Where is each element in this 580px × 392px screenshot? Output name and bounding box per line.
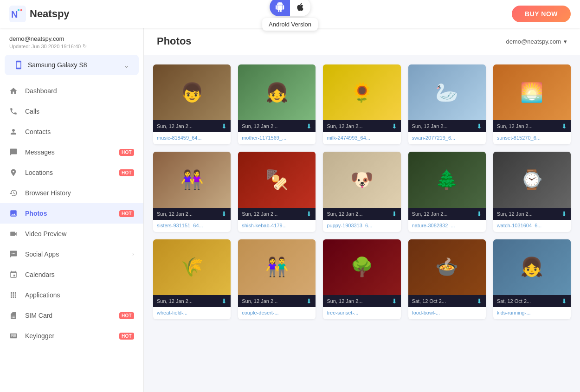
sidebar-item-label-dashboard: Dashboard <box>25 87 134 95</box>
sidebar-item-dashboard[interactable]: Dashboard <box>0 81 143 101</box>
download-icon[interactable]: ⬇ <box>477 210 482 218</box>
badge-locations: HOT <box>119 169 134 176</box>
platform-buttons <box>270 0 310 16</box>
sidebar-item-label-browser-history: Browser History <box>25 189 134 197</box>
photo-card[interactable]: 👫 Sun, 12 Jan 2... ⬇ couple-desert-... <box>238 239 316 319</box>
photo-card[interactable]: 🍲 Sat, 12 Oct 2... ⬇ food-bowl-... <box>408 239 486 319</box>
apple-icon <box>296 2 305 12</box>
nav-items-container: DashboardCallsContactsMessagesHOTLocatio… <box>0 81 143 346</box>
apple-btn[interactable] <box>290 0 310 16</box>
sidebar-item-social-apps[interactable]: Social Apps› <box>0 244 143 264</box>
sidebar-item-photos[interactable]: PhotosHOT <box>0 203 143 224</box>
download-icon[interactable]: ⬇ <box>392 210 397 218</box>
photo-filename: nature-3082832_... <box>408 220 486 232</box>
sidebar-item-label-keylogger: Keylogger <box>25 332 113 340</box>
sidebar-item-label-photos: Photos <box>25 210 113 217</box>
download-icon[interactable]: ⬇ <box>392 122 397 130</box>
device-icon <box>14 60 23 70</box>
photo-filename: kids-running-... <box>493 307 571 319</box>
photo-filename: couple-desert-... <box>238 307 316 319</box>
photo-info-bar: Sat, 12 Oct 2... ⬇ <box>493 295 571 307</box>
badge-sim-card: HOT <box>119 312 134 319</box>
sidebar-item-video-preview[interactable]: Video Preview <box>0 224 143 244</box>
badge-photos: HOT <box>119 210 134 217</box>
photo-card[interactable]: 🌲 Sun, 12 Jan 2... ⬇ nature-3082832_... <box>408 152 486 231</box>
browser-history-icon <box>9 189 19 197</box>
device-selector[interactable]: Samsung Galaxy S8 ⌄ <box>5 55 139 75</box>
photo-image: 🐶 <box>323 152 400 207</box>
sidebar-item-calls[interactable]: Calls <box>0 101 143 122</box>
photo-card[interactable]: 🌅 Sun, 12 Jan 2... ⬇ sunset-815270_6... <box>493 64 571 144</box>
download-icon[interactable]: ⬇ <box>306 210 312 218</box>
buy-now-button[interactable]: BUY NOW <box>512 6 571 22</box>
calls-icon <box>9 107 19 116</box>
photo-card[interactable]: 👦 Sun, 12 Jan 2... ⬇ music-818459_64... <box>153 64 231 144</box>
photo-info-bar: Sun, 12 Jan 2... ⬇ <box>323 295 400 307</box>
sidebar-item-label-sim-card: SIM Card <box>25 312 113 319</box>
photo-date: Sun, 12 Jan 2... <box>242 123 277 129</box>
download-icon[interactable]: ⬇ <box>477 122 482 130</box>
sidebar-item-sim-card[interactable]: SIM CardHOT <box>0 305 143 326</box>
badge-keylogger: HOT <box>119 333 134 340</box>
sidebar-item-contacts[interactable]: Contacts <box>0 122 143 142</box>
photo-image: 👭 <box>153 152 231 207</box>
photo-info-bar: Sun, 12 Jan 2... ⬇ <box>323 120 400 132</box>
locations-icon <box>9 168 19 177</box>
content-header: Photos demo@neatspy.com ▾ <box>144 28 580 55</box>
sidebar-item-browser-history[interactable]: Browser History <box>0 183 143 203</box>
sidebar-item-label-social-apps: Social Apps <box>25 251 126 258</box>
keylogger-icon <box>9 332 19 340</box>
photo-filename: sisters-931151_64... <box>153 220 231 232</box>
photos-icon <box>9 209 19 218</box>
download-icon[interactable]: ⬇ <box>392 297 397 305</box>
social-apps-icon <box>9 250 19 258</box>
photo-date: Sat, 12 Oct 2... <box>497 298 531 304</box>
photo-card[interactable]: 🦢 Sun, 12 Jan 2... ⬇ swan-2077219_6... <box>408 64 486 144</box>
download-icon[interactable]: ⬇ <box>221 210 227 218</box>
photo-card[interactable]: 👧 Sun, 12 Jan 2... ⬇ mother-1171569_... <box>238 64 316 144</box>
topbar: N Neatspy Android Version BUY NOW <box>0 0 580 28</box>
device-name: Samsung Galaxy S8 <box>14 60 87 70</box>
photo-card[interactable]: 🌳 Sun, 12 Jan 2... ⬇ tree-sunset-... <box>323 239 400 319</box>
photo-info-bar: Sat, 12 Oct 2... ⬇ <box>408 295 486 307</box>
photo-image: 👧 <box>493 239 571 295</box>
download-icon[interactable]: ⬇ <box>306 122 312 130</box>
download-icon[interactable]: ⬇ <box>561 297 567 305</box>
photo-card[interactable]: ⌚ Sun, 12 Jan 2... ⬇ watch-1031604_6... <box>493 152 571 231</box>
page-title: Photos <box>157 35 192 47</box>
user-dropdown[interactable]: demo@neatspy.com ▾ <box>506 38 567 45</box>
photos-grid: 👦 Sun, 12 Jan 2... ⬇ music-818459_64... … <box>153 64 571 319</box>
photo-date: Sun, 12 Jan 2... <box>242 211 277 217</box>
sidebar-item-label-messages: Messages <box>25 148 113 156</box>
download-icon[interactable]: ⬇ <box>561 122 567 130</box>
sidebar-item-applications[interactable]: Applications <box>0 285 143 305</box>
refresh-icon[interactable]: ↻ <box>83 43 87 49</box>
svg-rect-3 <box>20 9 22 11</box>
photo-filename: food-bowl-... <box>408 307 486 319</box>
sidebar-item-keylogger[interactable]: KeyloggerHOT <box>0 326 143 346</box>
photo-image: 🍢 <box>238 152 316 207</box>
photo-filename: swan-2077219_6... <box>408 132 486 144</box>
download-icon[interactable]: ⬇ <box>221 122 227 130</box>
sidebar-item-messages[interactable]: MessagesHOT <box>0 142 143 162</box>
photo-card[interactable]: 🌾 Sun, 12 Jan 2... ⬇ wheat-field-... <box>153 239 231 319</box>
photo-card[interactable]: 🐶 Sun, 12 Jan 2... ⬇ puppy-1903313_6... <box>323 152 400 231</box>
sidebar-item-label-contacts: Contacts <box>25 128 134 135</box>
photo-info-bar: Sun, 12 Jan 2... ⬇ <box>323 208 400 220</box>
sidebar-item-calendars[interactable]: Calendars <box>0 264 143 285</box>
photo-date: Sun, 12 Jan 2... <box>327 298 362 304</box>
photo-card[interactable]: 🍢 Sun, 12 Jan 2... ⬇ shish-kebab-4179... <box>238 152 316 231</box>
download-icon[interactable]: ⬇ <box>306 297 312 305</box>
android-btn[interactable] <box>270 0 290 16</box>
photo-filename: puppy-1903313_6... <box>323 220 400 232</box>
photo-date: Sun, 12 Jan 2... <box>412 211 448 217</box>
download-icon[interactable]: ⬇ <box>221 297 227 305</box>
download-icon[interactable]: ⬇ <box>477 297 482 305</box>
contacts-icon <box>9 128 19 136</box>
photo-card[interactable]: 👭 Sun, 12 Jan 2... ⬇ sisters-931151_64..… <box>153 152 231 231</box>
sidebar-item-locations[interactable]: LocationsHOT <box>0 162 143 183</box>
photo-card[interactable]: 👧 Sat, 12 Oct 2... ⬇ kids-running-... <box>493 239 571 319</box>
photos-container: 👦 Sun, 12 Jan 2... ⬇ music-818459_64... … <box>144 55 580 392</box>
photo-card[interactable]: 🌻 Sun, 12 Jan 2... ⬇ milk-2474993_64... <box>323 64 400 144</box>
download-icon[interactable]: ⬇ <box>561 210 567 218</box>
